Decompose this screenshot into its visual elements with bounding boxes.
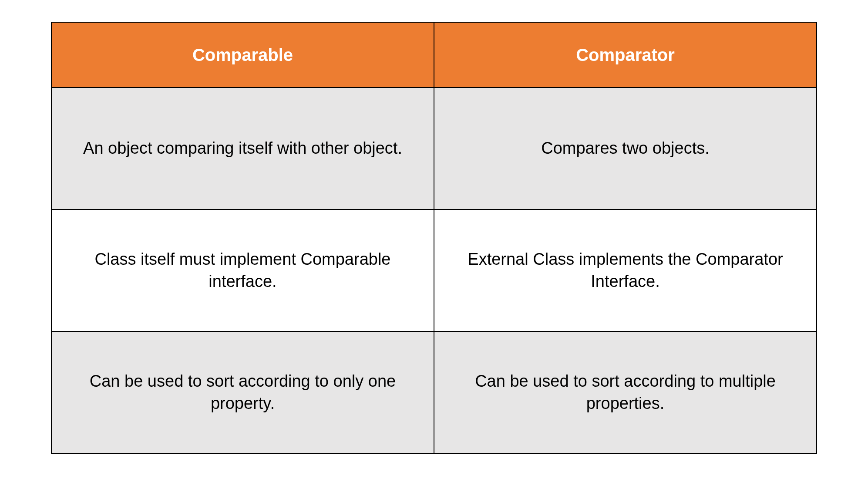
- header-comparator: Comparator: [434, 22, 817, 88]
- cell-comparable: Class itself must implement Comparable i…: [51, 209, 434, 331]
- cell-comparator: Can be used to sort according to multipl…: [434, 331, 817, 453]
- cell-comparator: Compares two objects.: [434, 88, 817, 209]
- cell-comparator: External Class implements the Comparator…: [434, 209, 817, 331]
- table-row: An object comparing itself with other ob…: [51, 88, 817, 209]
- cell-comparable: Can be used to sort according to only on…: [51, 331, 434, 453]
- table-row: Can be used to sort according to only on…: [51, 331, 817, 453]
- header-comparable: Comparable: [51, 22, 434, 88]
- table-header-row: Comparable Comparator: [51, 22, 817, 88]
- cell-comparable: An object comparing itself with other ob…: [51, 88, 434, 209]
- comparison-table: Comparable Comparator An object comparin…: [51, 22, 817, 454]
- table-row: Class itself must implement Comparable i…: [51, 209, 817, 331]
